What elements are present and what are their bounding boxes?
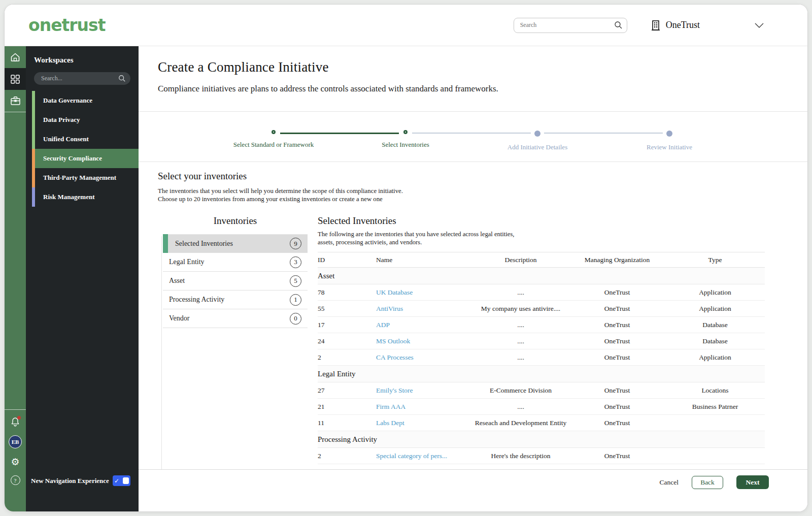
inventory-name-link[interactable]: AntiVirus [376,305,403,312]
inventory-name-link[interactable]: Labs Dept [376,419,404,427]
workspace-search-icon [118,75,126,82]
settings-gear-icon[interactable]: ⚙ [11,457,19,467]
inventory-name-link[interactable]: Emily's Store [376,386,413,394]
cell-type: Database [665,333,765,349]
cell-managing-organization: OneTrust [569,415,665,431]
table-row-antivirus: 55AntiVirusMy company uses antivire....O… [318,301,765,317]
step-add-initiative-detailes[interactable]: Add Initiative Detailes [471,112,603,162]
select-inventories-section: Select your inventories The inventories … [139,162,807,214]
table-row-ca-processes: 2CA Processes....OneTrustApplication [318,349,765,366]
inventory-name-link[interactable]: UK Database [376,288,413,296]
back-button[interactable]: Back [692,476,723,489]
top-header: onetrust OneTrust [5,5,807,46]
inventory-name-link[interactable]: Special category of pers... [376,452,447,460]
group-row-processing-activity: Processing Activity [318,431,765,448]
toggle-knob [123,477,129,484]
workspace-accent-bar [32,187,35,207]
section-description: The inventories that you select will hel… [158,187,807,203]
inventory-category-legal-entity[interactable]: Legal Entity3 [163,253,308,272]
cell-name: UK Database [376,284,472,301]
cell-name: Special category of pers... [376,448,472,464]
step-circle [272,130,276,134]
step-circle [403,130,408,134]
cell-managing-organization: OneTrust [569,349,665,366]
column-header-type: Type [665,252,765,268]
inventory-category-vendor[interactable]: Vendor0 [163,309,308,328]
group-row-legal-entity: Legal Entity [318,366,765,382]
step-select-inventories[interactable]: Select Inventories [340,112,471,162]
cell-managing-organization: OneTrust [569,317,665,333]
cell-name: Emily's Store [376,382,472,399]
workspace-item-unified-consent[interactable]: Unified Consent [32,130,139,149]
app-logo: onetrust [28,15,106,35]
step-circle [666,131,672,137]
section-line2: Choose up to 20 inventories from among y… [158,196,807,204]
column-header-name: Name [376,252,472,268]
inventory-name-link[interactable]: CA Processes [376,353,414,361]
global-search-input[interactable] [514,18,627,33]
inventory-name-link[interactable]: Firm AAA [376,403,405,410]
workspace-item-risk-management[interactable]: Risk Management [32,187,139,207]
new-navigation-toggle[interactable]: ✓ [113,475,130,486]
footer-padding [139,495,807,511]
table-row-firm-aaa: 21Firm AAA....OneTrustBusiness Patrner [318,399,765,415]
new-navigation-label: New Navigation Experience [31,477,109,485]
cancel-button[interactable]: Cancel [660,478,679,487]
workspace-item-security-compliance[interactable]: Security Compliance [32,149,139,168]
step-select-standard-or-framework[interactable]: Select Standard or Framework [208,112,340,162]
step-review-initiative[interactable]: Review Initiative [603,112,735,162]
step-circle [534,131,540,137]
table-row-special-category-of-pers: 2Special category of pers...Here's the d… [318,448,765,464]
cell-type: Database [665,317,765,333]
cell-name: ADP [376,317,472,333]
workspaces-title: Workspaces [34,56,139,64]
help-icon[interactable]: ? [11,475,20,485]
workspace-item-data-privacy[interactable]: Data Privacy [32,110,139,130]
section-line1: The inventories that you select will hel… [158,187,807,196]
workspace-accent-bar [32,91,35,110]
column-header-description: Description [472,252,569,268]
inventory-category-selected-inventories[interactable]: Selected Inventories9 [163,234,308,253]
cell-type: Application [665,301,765,317]
group-label: Legal Entity [318,366,765,382]
cell-managing-organization: OneTrust [569,301,665,317]
cell-id: 21 [318,399,376,415]
group-row-asset: Asset [318,268,765,284]
user-avatar[interactable]: EB [9,435,22,448]
cell-id: 78 [318,284,376,301]
inventories-title: Inventories [163,215,308,227]
inventory-category-processing-activity[interactable]: Processing Activity1 [163,291,308,309]
briefcase-icon[interactable] [5,90,26,112]
inventory-category-asset[interactable]: Asset5 [163,272,308,291]
wizard-stepper: Select Standard or FrameworkSelect Inven… [139,111,807,162]
org-selector[interactable]: OneTrust [651,20,700,31]
notifications-bell-icon[interactable] [11,417,20,427]
cell-type: Locations [665,382,765,399]
selected-inventories-title: Selected Inventories [318,215,765,227]
workspaces-grid-icon[interactable] [5,68,26,90]
inventory-count-badge: 9 [290,238,301,249]
cell-managing-organization: OneTrust [569,399,665,415]
cell-description: .... [472,333,569,349]
inventory-category-label: Vendor [169,314,189,322]
panel-footer: New Navigation Experience ✓ [26,475,139,486]
workspace-item-third-party-management[interactable]: Third-Party Management [32,168,139,187]
workspace-item-data-governance[interactable]: Data Governance [32,91,139,110]
workspace-item-label: Data Governance [43,96,92,105]
wizard-footer: Cancel Back Next [139,469,807,495]
inventory-name-link[interactable]: MS Outlook [376,337,410,345]
cell-type: Application [665,284,765,301]
cell-name: Firm AAA [376,399,472,415]
inventories-panel: Inventories Selected Inventories9Legal E… [158,214,308,469]
chevron-down-icon[interactable] [755,23,764,28]
cell-description: .... [472,284,569,301]
app-window: onetrust OneTrust [4,4,808,512]
next-button[interactable]: Next [736,475,769,489]
workspace-search-input[interactable] [34,72,130,85]
home-icon[interactable] [5,46,26,68]
cell-managing-organization: OneTrust [569,333,665,349]
check-icon: ✓ [114,478,119,484]
inventory-name-link[interactable]: ADP [376,321,390,329]
app-body: EB ⚙ ? Workspaces Data GovernanceData Pr… [5,46,807,511]
workspace-accent-bar [32,149,35,168]
